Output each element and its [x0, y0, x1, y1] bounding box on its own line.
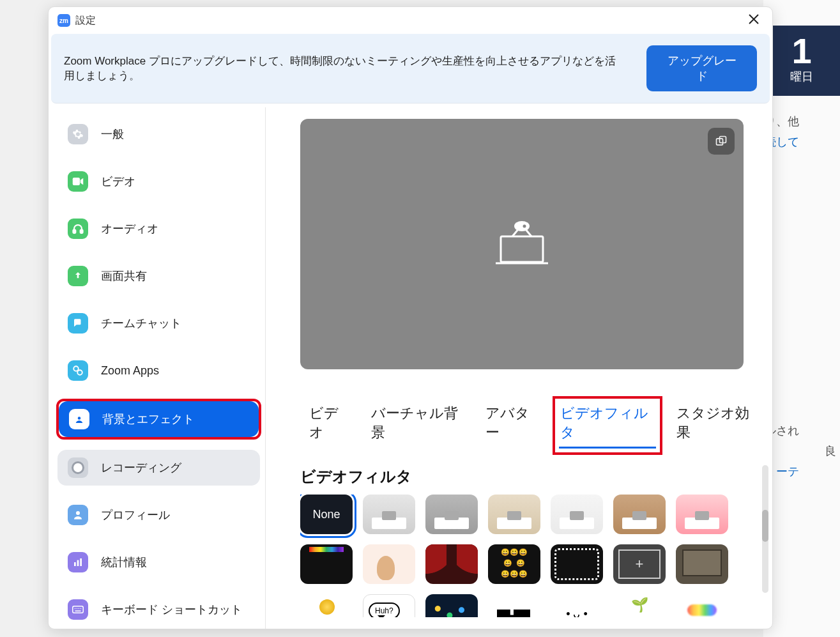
preview-resize-button[interactable]: [708, 128, 735, 155]
sidebar-item-label: 背景とエフェクト: [102, 411, 194, 427]
filter-tile-medal[interactable]: [300, 594, 353, 617]
filter-tile-room-tan[interactable]: [488, 495, 540, 534]
svg-rect-2: [80, 230, 83, 233]
svg-point-15: [80, 608, 82, 610]
settings-main-panel: ビデオ バーチャル背景 アバター ビデオフィルタ スタジオ効果 ビデオフィルタ …: [266, 107, 772, 629]
keyboard-icon: [68, 599, 88, 620]
share-screen-icon: [68, 266, 88, 286]
close-icon[interactable]: [744, 11, 763, 30]
record-icon: [68, 457, 88, 478]
tab-virtual-background[interactable]: バーチャル背景: [370, 403, 465, 449]
filter-tile-pixel-glasses[interactable]: [488, 594, 540, 617]
filter-tile-huh-bubble[interactable]: Huh?: [363, 594, 415, 617]
sidebar-item-label: 画面共有: [101, 268, 147, 284]
sidebar-item-background-effects[interactable]: 背景とエフェクト: [59, 401, 259, 437]
svg-point-13: [77, 608, 78, 610]
bg-link-1[interactable]: 続して: [763, 132, 840, 152]
huh-bubble-text: Huh?: [369, 602, 400, 617]
svg-point-12: [75, 608, 76, 610]
filter-tile-room-white[interactable]: [551, 495, 603, 534]
sidebar-item-video[interactable]: ビデオ: [57, 164, 260, 199]
filters-scrollbar[interactable]: [762, 465, 768, 593]
sidebar-item-screen-share[interactable]: 画面共有: [57, 258, 260, 294]
sidebar-item-audio[interactable]: オーディオ: [57, 211, 260, 247]
sidebar-item-statistics[interactable]: 統計情報: [57, 544, 260, 580]
title-bar: zm 設定: [49, 7, 772, 34]
sidebar-item-recording[interactable]: レコーディング: [57, 450, 260, 486]
sidebar-item-general[interactable]: 一般: [57, 116, 260, 152]
headphones-icon: [68, 219, 88, 239]
svg-rect-16: [75, 611, 81, 612]
svg-rect-0: [73, 178, 80, 185]
filter-tile-rainbow-strip[interactable]: [300, 544, 353, 584]
filters-scrollbar-thumb[interactable]: [762, 510, 768, 542]
svg-rect-1: [73, 230, 76, 233]
svg-point-6: [78, 417, 81, 420]
sidebar-item-profile[interactable]: プロフィール: [57, 497, 260, 533]
sidebar-item-label: レコーディング: [101, 460, 181, 475]
filter-tile-face-simple[interactable]: [551, 594, 603, 617]
sidebar-item-label: Zoom Apps: [101, 364, 159, 378]
section-heading-video-filter: ビデオフィルタ: [300, 466, 757, 487]
date-big-number: 1: [767, 33, 836, 69]
filters-scroll-area[interactable]: None Huh?: [300, 495, 757, 617]
svg-rect-18: [501, 236, 543, 262]
svg-point-7: [76, 511, 80, 515]
effects-tabs: ビデオ バーチャル背景 アバター ビデオフィルタ スタジオ効果: [300, 403, 757, 449]
date-weekday: 曜日: [767, 69, 836, 84]
highlight-box-sidebar: 背景とエフェクト: [57, 400, 260, 438]
sidebar-item-label: 統計情報: [101, 555, 147, 570]
chat-icon: [68, 313, 88, 334]
settings-sidebar: 一般 ビデオ オーディオ 画面共有: [49, 107, 266, 629]
camera-off-icon: [493, 217, 551, 271]
filter-tile-room-grey[interactable]: [363, 495, 415, 534]
svg-point-4: [77, 370, 82, 375]
filter-tile-room-darkgrey[interactable]: [425, 495, 478, 534]
svg-rect-8: [74, 562, 76, 566]
filter-tile-dotted-frame[interactable]: [551, 544, 603, 584]
filter-tile-rainbow-cloud[interactable]: [676, 594, 728, 617]
svg-point-20: [522, 224, 527, 229]
settings-dialog: zm 設定 Zoom Workplace プロにアップグレードして、時間制限のな…: [48, 6, 773, 629]
filter-tile-theater[interactable]: [425, 544, 478, 584]
tab-studio-effects[interactable]: スタジオ効果: [675, 403, 758, 449]
sidebar-item-label: プロフィール: [101, 507, 170, 523]
tab-avatar[interactable]: アバター: [484, 403, 540, 449]
sidebar-item-label: ビデオ: [101, 174, 135, 189]
sidebar-item-label: チームチャット: [101, 316, 181, 331]
bg-text-4: 良: [763, 441, 840, 461]
sidebar-item-team-chat[interactable]: チームチャット: [57, 305, 260, 341]
bg-text-1: り、他: [763, 111, 840, 132]
bg-text-3: ルされ: [763, 420, 840, 441]
stats-icon: [68, 552, 88, 572]
upgrade-banner: Zoom Workplace プロにアップグレードして、時間制限のないミーティン…: [51, 34, 770, 104]
apps-icon: [68, 360, 88, 381]
filter-tile-none[interactable]: None: [300, 495, 353, 534]
date-widget: 1 曜日: [763, 26, 840, 96]
filter-tile-dog[interactable]: [363, 544, 415, 584]
tab-video-filter[interactable]: ビデオフィルタ: [559, 403, 655, 449]
filter-tile-crop-add[interactable]: [613, 544, 666, 584]
bg-link-2[interactable]: ミーテ: [763, 461, 840, 482]
filters-grid: None Huh?: [300, 495, 749, 617]
filter-tile-old-tv[interactable]: [676, 544, 728, 584]
sidebar-item-label: キーボード ショートカット: [101, 602, 242, 617]
sidebar-item-label: 一般: [101, 127, 124, 142]
background-icon: [69, 409, 89, 429]
upgrade-button[interactable]: アップグレード: [646, 45, 757, 91]
filter-tile-room-brown[interactable]: [613, 495, 666, 534]
filter-tile-string-lights[interactable]: [425, 594, 478, 617]
filter-tile-sprout[interactable]: [613, 594, 666, 617]
svg-rect-10: [80, 558, 82, 566]
video-preview: [300, 119, 744, 369]
profile-icon: [68, 505, 88, 525]
svg-point-14: [79, 608, 80, 610]
svg-point-3: [73, 366, 79, 371]
zoom-app-icon: zm: [57, 14, 70, 27]
svg-rect-9: [77, 560, 79, 566]
filter-tile-room-pink[interactable]: [676, 495, 728, 534]
sidebar-item-keyboard-shortcuts[interactable]: キーボード ショートカット: [57, 592, 260, 627]
tab-video[interactable]: ビデオ: [308, 403, 351, 449]
filter-tile-emoji-frame[interactable]: [488, 544, 540, 584]
sidebar-item-zoom-apps[interactable]: Zoom Apps: [57, 353, 260, 388]
